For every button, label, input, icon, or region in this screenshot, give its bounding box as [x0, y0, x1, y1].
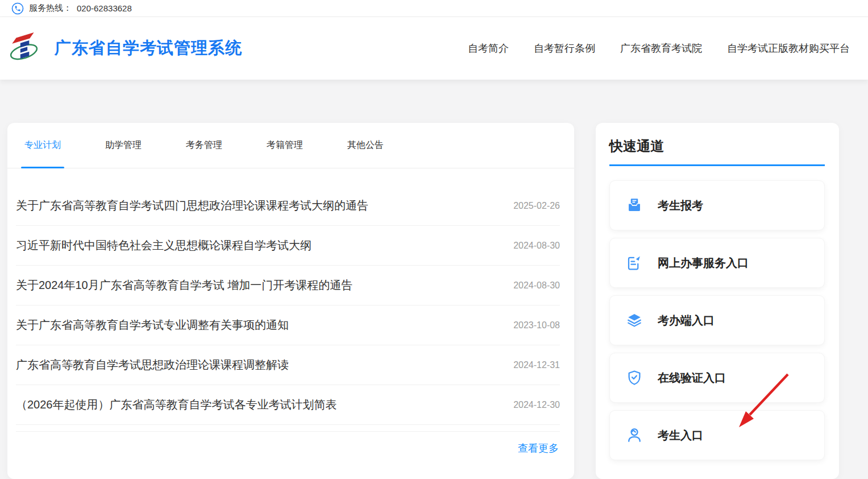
news-item-date: 2024-08-30 [513, 241, 560, 251]
news-item-date: 2025-02-26 [513, 201, 560, 211]
quick-channel-title: 快速通道 [609, 138, 825, 155]
header: 广东省自学考试管理系统 自考简介 自考暂行条例 广东省教育考试院 自学考试正版教… [0, 17, 868, 80]
view-more-link[interactable]: 查看更多 [7, 432, 574, 455]
tab-study-aid[interactable]: 助学管理 [102, 123, 145, 168]
shield-check-icon [626, 369, 643, 386]
inbox-icon [626, 197, 643, 214]
layers-icon [626, 312, 643, 329]
quick-link-candidate-entrance[interactable]: 考生入口 [609, 410, 825, 460]
news-item-title[interactable]: 关于广东省高等教育自学考试专业调整有关事项的通知 [16, 317, 289, 333]
news-item-date: 2024-08-30 [513, 280, 560, 291]
quick-link-online-verification[interactable]: 在线验证入口 [609, 353, 825, 403]
news-item-title[interactable]: 习近平新时代中国特色社会主义思想概论课程自学考试大纲 [16, 238, 312, 253]
quick-link-label: 网上办事服务入口 [658, 255, 749, 271]
news-panel: 专业计划 助学管理 考务管理 考籍管理 其他公告 关于广东省高等教育自学考试四门… [7, 123, 574, 479]
header-nav: 自考简介 自考暂行条例 广东省教育考试院 自学考试正版教材购买平台 [468, 42, 850, 55]
quick-link-label: 在线验证入口 [658, 370, 726, 386]
hotline-label: 服务热线： [29, 3, 72, 14]
news-item-date: 2023-10-08 [513, 320, 560, 331]
news-item[interactable]: 关于2024年10月广东省高等教育自学考试 增加一门开考课程的通告 2024-0… [16, 266, 560, 305]
nav-link-exam-authority[interactable]: 广东省教育考试院 [620, 42, 702, 55]
quick-link-label: 考办端入口 [658, 313, 715, 328]
nav-link-textbook-platform[interactable]: 自学考试正版教材购买平台 [727, 42, 850, 55]
quick-channel-underline [609, 164, 825, 166]
quick-link-online-services[interactable]: 网上办事服务入口 [609, 238, 825, 288]
site-title: 广东省自学考试管理系统 [55, 37, 242, 60]
user-icon [626, 427, 643, 444]
nav-link-intro[interactable]: 自考简介 [468, 42, 509, 55]
news-item-date: 2024-12-30 [513, 400, 560, 410]
topbar: 服务热线： 020-62833628 [0, 0, 868, 17]
tab-major-plan[interactable]: 专业计划 [21, 123, 64, 168]
tab-other-notices[interactable]: 其他公告 [344, 123, 387, 168]
news-item-title[interactable]: （2026年起使用）广东省高等教育自学考试各专业考试计划简表 [16, 397, 337, 412]
news-tabs: 专业计划 助学管理 考务管理 考籍管理 其他公告 [7, 123, 574, 168]
quick-link-exam-office[interactable]: 考办端入口 [609, 295, 825, 345]
news-item-title[interactable]: 关于广东省高等教育自学考试四门思想政治理论课课程考试大纲的通告 [16, 198, 368, 213]
news-list: 关于广东省高等教育自学考试四门思想政治理论课课程考试大纲的通告 2025-02-… [7, 168, 574, 425]
brand: 广东省自学考试管理系统 [8, 31, 242, 66]
nav-link-regulations[interactable]: 自考暂行条例 [534, 42, 595, 55]
news-item-title[interactable]: 关于2024年10月广东省高等教育自学考试 增加一门开考课程的通告 [16, 278, 352, 293]
news-item[interactable]: 广东省高等教育自学考试思想政治理论课课程调整解读 2024-12-31 [16, 345, 560, 385]
quick-link-candidate-registration[interactable]: 考生报考 [609, 180, 825, 230]
quick-link-label: 考生入口 [658, 428, 703, 443]
tab-exam-affairs[interactable]: 考务管理 [182, 123, 226, 168]
site-logo [8, 31, 40, 66]
news-item[interactable]: 习近平新时代中国特色社会主义思想概论课程自学考试大纲 2024-08-30 [16, 226, 560, 266]
hotline-number: 020-62833628 [77, 3, 132, 13]
quick-link-label: 考生报考 [658, 198, 703, 213]
news-item[interactable]: 关于广东省高等教育自学考试专业调整有关事项的通知 2023-10-08 [16, 305, 560, 345]
news-item-title[interactable]: 广东省高等教育自学考试思想政治理论课课程调整解读 [16, 357, 289, 373]
quick-channel-panel: 快速通道 考生报考 网上办 [596, 123, 839, 479]
quick-cards: 考生报考 网上办事服务入口 考办端入口 [609, 180, 825, 460]
news-item-date: 2024-12-31 [513, 360, 560, 370]
tab-exam-records[interactable]: 考籍管理 [263, 123, 306, 168]
news-item[interactable]: （2026年起使用）广东省高等教育自学考试各专业考试计划简表 2024-12-3… [16, 385, 560, 425]
news-item[interactable]: 关于广东省高等教育自学考试四门思想政治理论课课程考试大纲的通告 2025-02-… [16, 186, 560, 226]
phone-icon [11, 2, 24, 15]
document-edit-icon [626, 254, 643, 271]
